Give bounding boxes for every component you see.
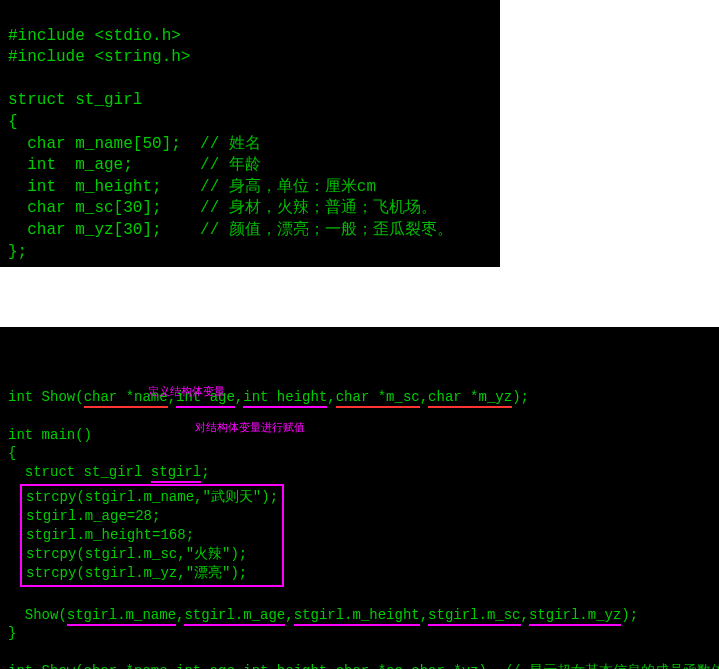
code-comment: // 显示超女基本信息的成员函数体 xyxy=(504,663,719,669)
code-fragment: , xyxy=(420,389,428,405)
code-line: strcpy(stgirl.m_sc,"火辣"); xyxy=(26,546,247,562)
code-block-struct-definition: #include <stdio.h> #include <string.h> s… xyxy=(0,0,500,267)
code-fragment: , xyxy=(327,389,335,405)
code-comment: // 年龄 xyxy=(200,156,261,174)
code-fragment: , xyxy=(285,607,293,623)
code-fragment: , xyxy=(420,607,428,623)
arg-height: stgirl.m_height xyxy=(294,607,420,626)
code-line: }; xyxy=(8,243,27,261)
code-fragment: , xyxy=(235,389,243,405)
code-fragment: ); xyxy=(621,607,638,623)
code-line: stgirl.m_age=28; xyxy=(26,508,160,524)
code-comment: // 姓名 xyxy=(200,135,261,153)
code-fragment: , xyxy=(521,607,529,623)
param-int-height: int height xyxy=(243,389,327,408)
code-fragment: ; xyxy=(201,464,209,480)
code-fragment: ); xyxy=(512,389,529,405)
annotation-label: 定义结构体变量 xyxy=(148,385,225,400)
code-line: #include <stdio.h> xyxy=(8,27,181,45)
param-char-msc: char *m_sc xyxy=(336,389,420,408)
arg-age: stgirl.m_age xyxy=(184,607,285,626)
code-line: #include <string.h> xyxy=(8,48,190,66)
code-fragment: struct st_girl xyxy=(8,464,151,480)
code-line: char m_yz[30]; xyxy=(8,221,200,239)
arg-yz: stgirl.m_yz xyxy=(529,607,621,626)
code-comment: // 颜值，漂亮；一般；歪瓜裂枣。 xyxy=(200,221,453,239)
code-line: strcpy(stgirl.m_yz,"漂亮"); xyxy=(26,565,247,581)
code-line: strcpy(stgirl.m_name,"武则天"); xyxy=(26,489,278,505)
code-fragment: int Show(char *name,int age,int height,c… xyxy=(8,663,504,669)
code-line: { xyxy=(8,445,16,461)
code-fragment: int Show( xyxy=(8,389,84,405)
code-line: } xyxy=(8,625,16,641)
code-line: struct st_girl xyxy=(8,91,142,109)
code-line: { xyxy=(8,113,18,131)
code-line: int m_height; xyxy=(8,178,200,196)
arg-sc: stgirl.m_sc xyxy=(428,607,520,626)
code-line: char m_sc[30]; xyxy=(8,199,200,217)
code-comment: // 身材，火辣；普通；飞机场。 xyxy=(200,199,437,217)
code-line: stgirl.m_height=168; xyxy=(26,527,194,543)
arg-name: stgirl.m_name xyxy=(67,607,176,626)
code-line: int main() xyxy=(8,427,92,443)
var-stgirl: stgirl xyxy=(151,464,201,483)
code-block-main-function: 定义结构体变量 对结构体变量进行赋值 int Show(char *name,i… xyxy=(0,327,719,669)
code-comment: // 身高，单位：厘米cm xyxy=(200,178,376,196)
annotation-label: 对结构体变量进行赋值 xyxy=(195,421,305,436)
param-char-myz: char *m_yz xyxy=(428,389,512,408)
highlighted-assignment-box: strcpy(stgirl.m_name,"武则天"); stgirl.m_ag… xyxy=(20,484,284,586)
code-line: int m_age; xyxy=(8,156,200,174)
code-fragment: Show( xyxy=(8,607,67,623)
code-line: char m_name[50]; xyxy=(8,135,200,153)
